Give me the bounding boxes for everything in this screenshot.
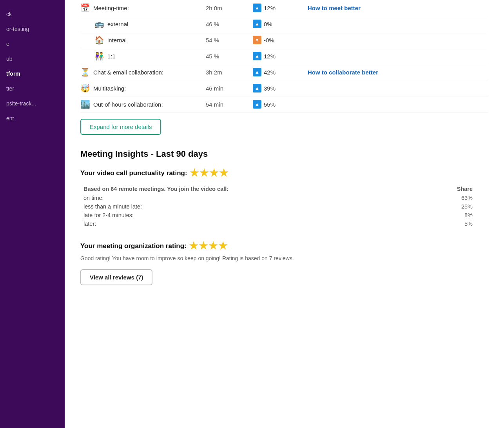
punctuality-row-2: late for 2-4 minutes:8% (80, 211, 488, 219)
punctuality-row-0: on time:63% (80, 194, 488, 202)
punctuality-row-3: later:5% (80, 219, 488, 228)
stats-row-3: 👫1:145 %▲12% (80, 48, 488, 64)
stats-label-text-5: Multitasking: (93, 85, 126, 92)
stats-label-text-6: Out-of-hours collaboration: (93, 101, 163, 108)
stats-label-text-2: internal (107, 37, 127, 44)
stats-change-text-4: 42% (264, 69, 276, 76)
punctuality-label-text: Your video call punctuality rating: (80, 169, 187, 177)
stats-icon-0: 📅 (80, 3, 90, 13)
stats-change-text-0: 12% (264, 5, 276, 11)
stats-change-4: ▲42% (253, 68, 308, 76)
stats-label-text-0: Meeting-time: (93, 5, 129, 11)
stats-change-0: ▲12% (253, 4, 308, 12)
stats-label-text-4: Chat & email collaboration: (93, 69, 163, 76)
arrow-up-icon: ▲ (253, 52, 261, 60)
arrow-up-icon: ▲ (253, 68, 261, 76)
punctuality-row-1: less than a minute late:25% (80, 202, 488, 211)
stats-icon-2: 🏠 (94, 35, 104, 45)
punctuality-star-0: ★ (190, 167, 199, 179)
stats-change-3: ▲12% (253, 52, 308, 60)
punctuality-row-label-1: less than a minute late: (80, 202, 412, 211)
stats-label-text-1: external (107, 21, 128, 27)
org-rating-description: Good rating! You have room to improve so… (80, 255, 488, 261)
punctuality-row-label-0: on time: (80, 194, 412, 202)
punctuality-row-label-2: late for 2-4 minutes: (80, 211, 412, 219)
stats-label-0: 📅Meeting-time: (80, 3, 206, 13)
punctuality-row-value-2: 8% (412, 211, 488, 219)
stats-row-4: ⏳Chat & email collaboration:3h 2m▲42%How… (80, 64, 488, 80)
punctuality-basis-text: Based on 64 remote meetings. You join th… (80, 185, 412, 194)
stats-section: 📅Meeting-time:2h 0m▲12%How to meet bette… (80, 0, 488, 112)
punctuality-row-value-0: 63% (412, 194, 488, 202)
stats-link-4[interactable]: How to collaborate better (308, 69, 378, 76)
stats-row-6: 🏙️Out-of-hours collaboration:54 min▲55% (80, 96, 488, 112)
stats-change-text-2: -0% (264, 37, 274, 44)
sidebar-item-psite-track[interactable]: psite-track... (0, 97, 65, 110)
stats-label-4: ⏳Chat & email collaboration: (80, 67, 206, 77)
stats-label-2: 🏠internal (80, 35, 206, 45)
stats-value-5: 46 min (206, 85, 253, 92)
stats-row-2: 🏠internal54 %▼-0% (80, 32, 488, 48)
stats-change-text-6: 55% (264, 101, 276, 108)
punctuality-header-row: Based on 64 remote meetings. You join th… (80, 185, 488, 194)
punctuality-row-value-3: 5% (412, 219, 488, 228)
stats-change-2: ▼-0% (253, 36, 308, 44)
punctuality-star-2: ★ (209, 167, 218, 179)
sidebar-item-or-testing[interactable]: or-testing (0, 23, 65, 35)
share-header: Share (412, 185, 488, 194)
stats-row-5: 🤯Multitasking:46 min▲39% (80, 80, 488, 96)
stats-icon-3: 👫 (94, 51, 104, 61)
stats-change-6: ▲55% (253, 100, 308, 109)
stats-label-6: 🏙️Out-of-hours collaboration: (80, 100, 206, 109)
sidebar: ck or-testing e ub tform tter psite-trac… (0, 0, 65, 428)
org-rating-star-1: ★ (199, 240, 208, 252)
stats-row-1: 🚌external46 %▲0% (80, 16, 488, 32)
org-rating-stars: ★★★★ (189, 240, 227, 252)
stats-icon-6: 🏙️ (80, 100, 90, 109)
stats-change-text-1: 0% (264, 21, 272, 27)
org-rating-star-3: ★ (218, 240, 227, 252)
sidebar-item-ck[interactable]: ck (0, 8, 65, 20)
sidebar-item-e[interactable]: e (0, 38, 65, 50)
stats-link-0[interactable]: How to meet better (308, 5, 361, 11)
punctuality-star-1: ★ (199, 167, 208, 179)
arrow-up-icon: ▲ (253, 20, 261, 28)
stats-value-3: 45 % (206, 53, 253, 60)
stats-label-text-3: 1:1 (107, 53, 116, 60)
arrow-up-icon: ▲ (253, 4, 261, 12)
punctuality-star-3: ★ (219, 167, 228, 179)
view-reviews-button[interactable]: View all reviews (7) (80, 269, 152, 285)
stats-value-0: 2h 0m (206, 5, 253, 11)
expand-button[interactable]: Expand for more details (80, 119, 161, 135)
stats-change-text-3: 12% (264, 53, 276, 60)
punctuality-rating-label: Your video call punctuality rating: ★★★★ (80, 167, 488, 179)
sidebar-item-tform[interactable]: tform (0, 67, 65, 80)
stats-change-text-5: 39% (264, 85, 276, 92)
stats-change-1: ▲0% (253, 20, 308, 28)
org-rating-label: Your meeting organization rating: ★★★★ (80, 240, 488, 252)
stats-change-5: ▲39% (253, 84, 308, 92)
punctuality-row-label-3: later: (80, 219, 412, 228)
sidebar-item-ub[interactable]: ub (0, 53, 65, 65)
punctuality-row-value-1: 25% (412, 202, 488, 211)
main-content: 📅Meeting-time:2h 0m▲12%How to meet bette… (65, 0, 504, 428)
insights-section: Meeting Insights - Last 90 days Your vid… (80, 149, 488, 285)
sidebar-item-tter[interactable]: tter (0, 82, 65, 95)
arrow-down-icon: ▼ (253, 36, 261, 44)
stats-icon-4: ⏳ (80, 67, 90, 77)
stats-value-6: 54 min (206, 101, 253, 108)
stats-value-4: 3h 2m (206, 69, 253, 76)
stats-row-0: 📅Meeting-time:2h 0m▲12%How to meet bette… (80, 0, 488, 16)
sidebar-item-ent[interactable]: ent (0, 112, 65, 125)
stats-value-2: 54 % (206, 37, 253, 44)
punctuality-stars: ★★★★ (190, 167, 228, 179)
stats-label-3: 👫1:1 (80, 51, 206, 61)
insights-title: Meeting Insights - Last 90 days (80, 149, 488, 159)
stats-label-5: 🤯Multitasking: (80, 83, 206, 93)
arrow-up-icon: ▲ (253, 84, 261, 92)
stats-value-1: 46 % (206, 21, 253, 27)
stats-icon-5: 🤯 (80, 83, 90, 93)
org-rating-text: Your meeting organization rating: (80, 242, 187, 250)
org-rating-star-0: ★ (189, 240, 198, 252)
punctuality-table: Based on 64 remote meetings. You join th… (80, 185, 488, 228)
